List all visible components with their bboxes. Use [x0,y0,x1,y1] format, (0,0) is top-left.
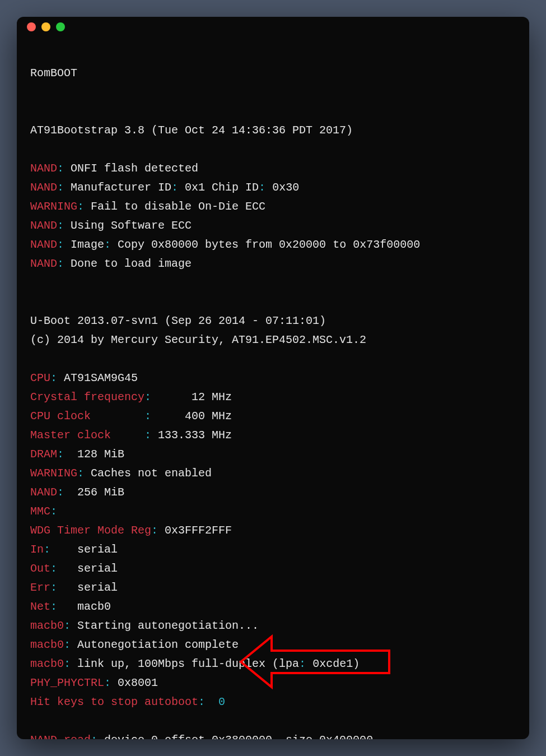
nand-text: Using Software ECC [64,219,192,232]
cpu-val: AT91SAM9G45 [57,372,138,384]
colon: : [171,181,178,194]
dram-tag: DRAM [30,448,57,461]
colon: : [50,600,57,613]
nand-text: Image [64,238,104,251]
macb0-val: link up, 100Mbps full-duplex (lpa [71,657,299,670]
colon: : [57,181,64,194]
out-val: serial [57,562,118,575]
out-tag: Out [30,562,50,575]
window-titlebar [17,17,529,37]
uboot-line: (c) 2014 by Mercury Security, AT91.EP450… [30,333,366,346]
macb0-val: Starting autonegotiation... [71,619,259,632]
mclock-tag: Master clock [30,429,144,442]
colon: : [91,734,97,739]
phy-val: 0x8001 [111,676,158,689]
nand-tag: NAND [30,219,57,232]
nand-tag: NAND [30,257,57,270]
warning-text: Fail to disable On-Die ECC [84,200,265,213]
colon: : [57,448,64,461]
crystal-val: 12 MHz [151,391,232,403]
nand-text: Done to load image [64,257,192,270]
warning-tag: WARNING [30,467,77,480]
colon: : [50,581,57,594]
colon: : [57,219,64,232]
nand-text: 0x1 Chip ID [178,181,259,194]
romboot-line: RomBOOT [30,67,77,80]
colon: : [57,162,64,175]
colon: : [57,238,64,251]
colon: : [50,372,57,384]
macb0-tag: macb0 [30,638,64,651]
colon: : [50,562,57,575]
macb0-val: 0xcde1) [306,657,360,670]
nandread-tag: NAND read [30,734,91,739]
nand-text: Copy 0x80000 bytes from 0x20000 to 0x73f… [111,238,420,251]
wdg-tag: WDG Timer Mode Reg [30,524,151,537]
autoboot-count: 0 [205,695,225,708]
colon: : [104,238,111,251]
cpu-tag: CPU [30,372,50,384]
phy-tag: PHY_PHYCTRL [30,676,104,689]
colon: : [44,543,50,556]
terminal-output: RomBOOT AT91Bootstrap 3.8 (Tue Oct 24 14… [17,37,529,739]
colon: : [144,429,151,442]
nand-tag: NAND [30,238,57,251]
colon: : [151,524,158,537]
colon: : [64,619,71,632]
warning-tag: WARNING [30,200,77,213]
macb0-val: Autonegotiation complete [71,638,239,651]
in-val: serial [50,543,118,556]
cpuclock-val: 400 MHz [151,410,232,423]
nand-text: ONFI flash detected [64,162,198,175]
minimize-icon[interactable] [41,22,50,31]
colon: : [198,695,205,708]
in-tag: In [30,543,44,556]
colon: : [259,181,265,194]
colon: : [64,638,71,651]
colon: : [144,391,151,403]
macb0-tag: macb0 [30,657,64,670]
warning-val: Caches not enabled [84,467,212,480]
net-val: macb0 [57,600,111,613]
err-val: serial [57,581,118,594]
close-icon[interactable] [27,22,36,31]
mmc-tag: MMC [30,505,50,518]
nand-text: 0x30 [265,181,299,194]
colon: : [77,200,84,213]
uboot-line: U-Boot 2013.07-svn1 (Sep 26 2014 - 07:11… [30,314,326,327]
colon: : [57,257,64,270]
zoom-icon[interactable] [56,22,65,31]
dram-val: 128 MiB [64,448,124,461]
nand-tag: NAND [30,162,57,175]
nand-tag: NAND [30,181,57,194]
colon: : [104,676,111,689]
nand-val: 256 MiB [64,486,124,499]
nand-text: Manufacturer ID [64,181,171,194]
terminal-window: RomBOOT AT91Bootstrap 3.8 (Tue Oct 24 14… [17,17,529,739]
err-tag: Err [30,581,50,594]
colon: : [144,410,151,423]
macb0-tag: macb0 [30,619,64,632]
nand-tag: NAND [30,486,57,499]
wdg-val: 0x3FFF2FFF [158,524,232,537]
net-tag: Net [30,600,50,613]
colon: : [57,486,64,499]
nandread-val: device 0 offset 0x3800000, size 0x400000 [97,734,373,739]
cpuclock-tag: CPU clock [30,410,144,423]
colon: : [64,657,71,670]
colon: : [299,657,306,670]
crystal-tag: Crystal frequency [30,391,144,403]
colon: : [50,505,57,518]
mclock-val: 133.333 MHz [151,429,232,442]
colon: : [77,467,84,480]
autoboot-tag: Hit keys to stop autoboot [30,695,198,708]
bootstrap-line: AT91Bootstrap 3.8 (Tue Oct 24 14:36:36 P… [30,124,353,137]
